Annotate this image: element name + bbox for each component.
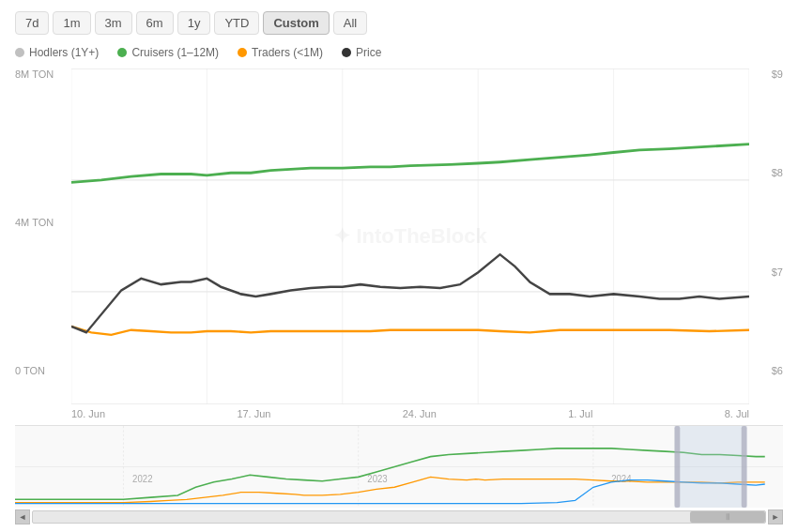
svg-rect-20	[742, 426, 747, 508]
mini-navigator-chart[interactable]: 2022 2023 2024	[15, 425, 783, 508]
time-btn-1m[interactable]: 1m	[53, 11, 90, 35]
time-btn-ytd[interactable]: YTD	[214, 11, 259, 35]
scroll-left-button[interactable]: ◄	[15, 509, 30, 524]
legend-item: Cruisers (1–12M)	[117, 46, 219, 59]
x-label-2: 17. Jun	[237, 408, 270, 419]
svg-text:2024: 2024	[611, 473, 632, 484]
y-label-bot: 0 TON	[15, 365, 71, 376]
y-right-label-1: $9	[749, 68, 783, 80]
scrollbar-track[interactable]: ⦀	[32, 510, 766, 524]
time-btn-all[interactable]: All	[333, 11, 367, 35]
legend-dot	[342, 48, 351, 57]
y-label-top: 8M TON	[15, 68, 71, 80]
legend-item: Hodlers (1Y+)	[15, 46, 99, 59]
main-chart-area: 8M TON 4M TON 0 TON ✦ IntoTheBlock	[15, 68, 783, 419]
y-label-mid: 4M TON	[15, 217, 71, 228]
legend-item: Traders (<1M)	[238, 46, 323, 59]
scrollbar-grip: ⦀	[726, 511, 730, 523]
y-right-label-3: $7	[749, 266, 783, 278]
y-axis-right: $9 $8 $7 $6	[749, 68, 783, 404]
x-label-1: 10. Jun	[71, 408, 105, 419]
svg-rect-18	[675, 426, 747, 508]
legend-item: Price	[342, 46, 381, 59]
legend-label: Price	[356, 46, 381, 59]
legend-label: Traders (<1M)	[252, 46, 323, 59]
time-btn-custom[interactable]: Custom	[263, 11, 329, 35]
time-range-toolbar: 7d1m3m6m1yYTDCustomAll	[15, 11, 783, 35]
svg-rect-19	[675, 426, 681, 508]
y-right-label-4: $6	[749, 365, 783, 376]
x-label-4: 1. Jul	[568, 408, 592, 419]
legend-label: Hodlers (1Y+)	[29, 46, 99, 59]
legend-dot	[238, 48, 247, 57]
svg-text:2022: 2022	[132, 473, 153, 484]
x-axis: 10. Jun 17. Jun 24. Jun 1. Jul 8. Jul	[71, 404, 749, 419]
chart-with-axes: 8M TON 4M TON 0 TON ✦ IntoTheBlock	[15, 68, 783, 404]
time-btn-1y[interactable]: 1y	[177, 11, 211, 35]
legend-label: Cruisers (1–12M)	[131, 46, 219, 59]
x-label-5: 8. Jul	[725, 408, 749, 419]
time-btn-6m[interactable]: 6m	[136, 11, 174, 35]
time-btn-3m[interactable]: 3m	[95, 11, 132, 35]
legend-dot	[117, 48, 127, 57]
x-label-3: 24. Jun	[403, 408, 437, 419]
y-axis-left: 8M TON 4M TON 0 TON	[15, 68, 71, 404]
y-right-label-2: $8	[749, 167, 783, 178]
legend-dot	[15, 48, 24, 57]
svg-text:2023: 2023	[367, 473, 388, 484]
main-chart-svg: ✦ IntoTheBlock	[71, 68, 749, 404]
chart-legend: Hodlers (1Y+)Cruisers (1–12M)Traders (<1…	[15, 46, 783, 59]
scroll-right-button[interactable]: ►	[768, 509, 783, 524]
time-btn-7d[interactable]: 7d	[15, 11, 49, 35]
app-container: 7d1m3m6m1yYTDCustomAll Hodlers (1Y+)Crui…	[0, 0, 798, 532]
